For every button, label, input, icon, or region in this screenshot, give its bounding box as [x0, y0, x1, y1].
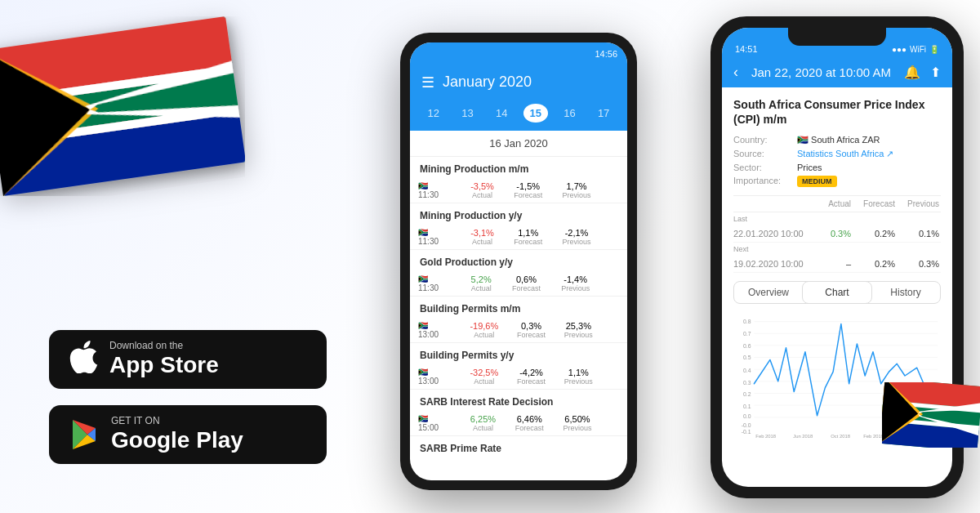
item-forecast-3: 0,6% Forecast [503, 274, 549, 292]
last-date: 22.01.2020 10:00 [733, 229, 807, 239]
th-forecast: Forecast [854, 199, 895, 208]
last-previous: 0.1% [898, 229, 939, 239]
iphone-header-title: Jan 22, 2020 at 10:00 AM [751, 65, 891, 79]
next-row: 19.02.2020 10:00 – 0.2% 0.3% [733, 256, 941, 273]
menu-icon[interactable]: ☰ [421, 75, 434, 90]
importance-badge: MEDIUM [797, 176, 837, 187]
play-icon [69, 419, 100, 450]
iphone-back-icon[interactable]: ‹ [733, 64, 738, 81]
item-val-6: 6,25% Actual [462, 414, 504, 432]
item-val-1: -3,5% Actual [462, 181, 502, 199]
svg-text:0.6: 0.6 [743, 343, 751, 349]
info-country: Country: 🇿🇦 South Africa ZAR [733, 135, 941, 145]
item-time-2: 🇿🇦 11:30 [418, 228, 459, 246]
iphone-notch [788, 28, 886, 46]
item-time-1: 🇿🇦 11:30 [418, 181, 459, 199]
section-gold: Gold Production y/y [410, 250, 627, 271]
android-phone: 14:56 ☰ January 2020 12 13 14 15 16 17 1… [400, 33, 637, 490]
android-screen: 14:56 ☰ January 2020 12 13 14 15 16 17 1… [410, 42, 627, 480]
list-item-gold: 🇿🇦 11:30 5,2% Actual 0,6% Forecast -1,4%… [410, 271, 627, 297]
apple-icon [69, 341, 98, 378]
svg-text:-0.1: -0.1 [742, 430, 751, 435]
next-date: 19.02.2020 10:00 [733, 259, 807, 269]
phones-container: 14:56 ☰ January 2020 12 13 14 15 16 17 1… [359, 0, 980, 513]
item-prev-3: -1,4% Previous [553, 274, 599, 292]
table-header: Actual Forecast Previous [733, 196, 941, 212]
list-item-mining-yy: 🇿🇦 11:30 -3,1% Actual 1,1% Forecast -2,1… [410, 225, 627, 250]
section-permits-mm: Building Permits m/m [410, 297, 627, 318]
date-tab-17[interactable]: 17 [591, 104, 616, 123]
source-value[interactable]: Statistics South Africa ↗ [797, 149, 893, 159]
next-forecast: 0.2% [854, 259, 895, 269]
svg-text:0.2: 0.2 [743, 392, 751, 398]
item-time-6: 🇿🇦 15:00 [418, 414, 459, 432]
appstore-large-label: App Store [109, 351, 219, 379]
item-time-4: 🇿🇦 13:00 [418, 321, 459, 339]
sa-flag [0, 16, 245, 196]
android-title: January 2020 [443, 74, 532, 91]
item-time-5: 🇿🇦 13:00 [418, 368, 459, 386]
section-sarb-prime: SARB Prime Rate [410, 436, 627, 457]
importance-label: Importance: [733, 176, 791, 187]
last-actual: 0.3% [810, 229, 851, 239]
android-list[interactable]: Mining Production m/m 🇿🇦 11:30 -3,5% Act… [410, 157, 627, 480]
section-permits-yy: Building Permits y/y [410, 343, 627, 364]
item-forecast-2: 1,1% Forecast [506, 228, 550, 246]
th-date [733, 199, 807, 208]
item-forecast-4: 0,3% Forecast [510, 321, 554, 339]
playstore-small-label: GET IT ON [111, 415, 160, 426]
source-label: Source: [733, 149, 791, 159]
svg-text:0.8: 0.8 [743, 319, 751, 324]
country-value: 🇿🇦 South Africa ZAR [797, 135, 880, 145]
store-buttons: Download on the App Store GET IT ON Goog… [49, 330, 327, 464]
iphone-status-icons: ●●●WiFi🔋 [892, 45, 939, 54]
th-previous: Previous [898, 199, 939, 208]
list-item-sarb: 🇿🇦 15:00 6,25% Actual 6,46% Forecast 6,5… [410, 411, 627, 436]
item-prev-1: 1,7% Previous [554, 181, 599, 199]
playstore-text: GET IT ON Google Play [111, 415, 243, 454]
date-tab-12[interactable]: 12 [421, 104, 446, 123]
date-tab-14[interactable]: 14 [489, 104, 514, 123]
android-status-bar: 14:56 [410, 42, 627, 65]
tab-bar: Overview Chart History [733, 281, 941, 304]
svg-text:0.1: 0.1 [743, 404, 751, 409]
th-actual: Actual [810, 199, 851, 208]
bell-icon[interactable]: 🔔 [904, 65, 920, 80]
appstore-small-label: Download on the [109, 340, 183, 351]
date-tab-16[interactable]: 16 [557, 104, 581, 123]
appstore-text: Download on the App Store [109, 340, 219, 379]
item-prev-6: 6,50% Previous [555, 414, 600, 432]
date-tabs: 12 13 14 15 16 17 [410, 99, 627, 131]
svg-text:0.5: 0.5 [743, 355, 751, 361]
date-tab-15[interactable]: 15 [523, 104, 548, 123]
sector-label: Sector: [733, 163, 791, 172]
iphone-content-title: South Africa Consumer Price Index (CPI) … [733, 97, 941, 127]
iphone-time: 14:51 [735, 44, 758, 54]
item-forecast-6: 6,46% Forecast [507, 414, 552, 432]
header-icons: 🔔 ⬆ [904, 65, 941, 80]
tab-chart[interactable]: Chart [802, 281, 872, 304]
country-label: Country: [733, 135, 791, 145]
tab-overview[interactable]: Overview [734, 282, 803, 303]
section-mining-mm: Mining Production m/m [410, 157, 627, 178]
item-forecast-1: -1,5% Forecast [506, 181, 550, 199]
data-table: Actual Forecast Previous Last 22.01.2020… [733, 195, 941, 273]
svg-text:Oct 2018: Oct 2018 [831, 435, 850, 439]
appstore-button[interactable]: Download on the App Store [49, 330, 327, 389]
next-actual: – [810, 259, 851, 269]
svg-text:Jun 2018: Jun 2018 [793, 435, 813, 439]
left-section: Download on the App Store GET IT ON Goog… [0, 0, 392, 513]
item-prev-5: 1,1% Previous [556, 368, 600, 386]
tab-history[interactable]: History [871, 282, 940, 303]
date-tab-13[interactable]: 13 [455, 104, 479, 123]
list-item-mining-mm: 🇿🇦 11:30 -3,5% Actual -1,5% Forecast 1,7… [410, 178, 627, 203]
android-time: 14:56 [595, 49, 617, 59]
item-val-5: -32,5% Actual [462, 368, 506, 386]
svg-text:0.3: 0.3 [743, 380, 751, 386]
svg-text:-0.0: -0.0 [742, 423, 751, 429]
item-val-2: -3,1% Actual [462, 228, 502, 246]
playstore-button[interactable]: GET IT ON Google Play [49, 405, 327, 464]
share-icon[interactable]: ⬆ [930, 65, 941, 80]
sector-value: Prices [797, 163, 822, 172]
svg-text:0.4: 0.4 [743, 368, 751, 373]
